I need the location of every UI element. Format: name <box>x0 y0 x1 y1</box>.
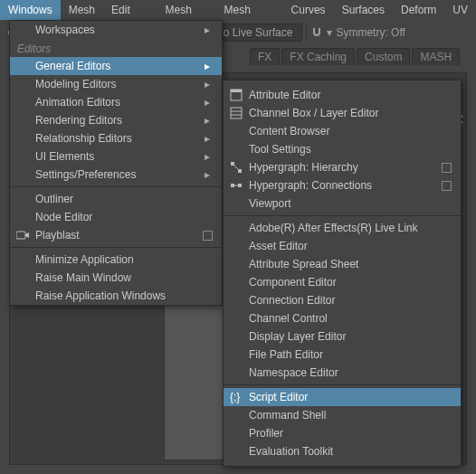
menu-item-file-path-editor[interactable]: File Path Editor <box>224 346 461 364</box>
label: UI Elements <box>35 150 202 163</box>
label: Asset Editor <box>249 240 452 252</box>
label: Connection Editor <box>249 294 452 307</box>
menu-item-channel-box[interactable]: Channel Box / Layer Editor <box>224 104 461 122</box>
menu-item-content-browser[interactable]: Content Browser <box>224 122 461 140</box>
menu-item-display-layer-editor[interactable]: Display Layer Editor <box>224 327 461 346</box>
menu-item-node-editor[interactable]: Node Editor <box>10 208 222 226</box>
label: Attribute Spread Sheet <box>249 258 452 270</box>
menu-item-after-effects-live-link[interactable]: Adobe(R) After Effects(R) Live Link <box>224 219 461 237</box>
menu-item-general-editors[interactable]: General Editors▸ <box>10 57 222 75</box>
label: Namespace Editor <box>249 366 452 379</box>
menu-item-script-editor[interactable]: {;} Script Editor <box>224 388 461 406</box>
menu-item-channel-control[interactable]: Channel Control <box>224 309 461 327</box>
label: Display Layer Editor <box>249 330 452 343</box>
script-editor-icon: {;} <box>224 391 249 403</box>
label: Rendering Editors <box>35 114 202 127</box>
menu-item-settings-preferences[interactable]: Settings/Preferences▸ <box>10 166 222 184</box>
menu-item-attribute-spread-sheet[interactable]: Attribute Spread Sheet <box>224 255 461 273</box>
separator <box>224 215 461 216</box>
label: Raise Main Window <box>35 271 213 284</box>
menu-item-raise-main-window[interactable]: Raise Main Window <box>10 269 222 287</box>
submenu-arrow-icon: ▸ <box>202 114 213 127</box>
menu-mesh-display[interactable]: Mesh Display <box>216 0 283 20</box>
option-box-icon[interactable] <box>203 231 213 241</box>
menu-item-component-editor[interactable]: Component Editor <box>224 273 461 291</box>
menu-item-rendering-editors[interactable]: Rendering Editors▸ <box>10 111 222 129</box>
magnet-icon[interactable] <box>310 26 323 39</box>
menu-item-attribute-editor[interactable]: Attribute Editor <box>224 86 461 104</box>
label: Viewport <box>249 197 452 210</box>
submenu-arrow-icon: ▸ <box>202 24 213 36</box>
label: Adobe(R) After Effects(R) Live Link <box>249 222 452 234</box>
svg-text:{;}: {;} <box>230 391 240 403</box>
label: Workspaces <box>35 24 202 36</box>
menu-item-profiler[interactable]: Profiler <box>224 424 461 442</box>
menu-heading-editors: Editors <box>10 39 222 57</box>
label: Channel Control <box>249 312 452 325</box>
svg-rect-1 <box>16 232 25 239</box>
menu-item-command-shell[interactable]: Command Shell <box>224 406 461 424</box>
label: File Path Editor <box>249 348 452 361</box>
hypergraph-icon <box>224 161 249 174</box>
tab-custom[interactable]: Custom <box>357 48 410 65</box>
menu-edit-mesh[interactable]: Edit Mesh <box>103 0 157 20</box>
menu-mesh[interactable]: Mesh <box>61 0 103 20</box>
label: Script Editor <box>249 391 452 403</box>
option-box-icon[interactable] <box>442 163 452 173</box>
menu-deform[interactable]: Deform <box>393 0 444 20</box>
attribute-editor-icon <box>224 89 249 101</box>
menu-item-viewport[interactable]: Viewport <box>224 194 461 213</box>
label: Hypergraph: Connections <box>249 179 442 192</box>
menu-item-hypergraph-connections[interactable]: Hypergraph: Connections <box>224 176 461 194</box>
menu-mesh-tools[interactable]: Mesh Tools <box>157 0 216 20</box>
submenu-arrow-icon: ▸ <box>202 96 213 109</box>
menu-item-namespace-editor[interactable]: Namespace Editor <box>224 364 461 382</box>
menu-item-evaluation-toolkit[interactable]: Evaluation Toolkit <box>224 442 461 460</box>
menu-item-workspaces[interactable]: Workspaces▸ <box>10 21 222 39</box>
label: Animation Editors <box>35 96 202 109</box>
menu-curves[interactable]: Curves <box>283 0 334 20</box>
label: Relationship Editors <box>35 132 202 145</box>
svg-rect-7 <box>231 162 234 166</box>
label: General Editors <box>35 60 202 72</box>
dropdown-icon[interactable]: ▾ <box>327 26 332 39</box>
menu-item-animation-editors[interactable]: Animation Editors▸ <box>10 93 222 111</box>
submenu-arrow-icon: ▸ <box>202 150 213 163</box>
menu-item-relationship-editors[interactable]: Relationship Editors▸ <box>10 129 222 147</box>
option-box-icon[interactable] <box>442 181 452 191</box>
label: Content Browser <box>249 125 452 137</box>
menu-surfaces[interactable]: Surfaces <box>334 0 393 20</box>
submenu-arrow-icon: ▸ <box>202 78 213 90</box>
tab-mash[interactable]: MASH <box>412 48 460 65</box>
label: Component Editor <box>249 276 452 289</box>
menu-item-minimize-application[interactable]: Minimize Application <box>10 251 222 269</box>
label: Hypergraph: Hierarchy <box>249 161 442 174</box>
menu-item-modeling-editors[interactable]: Modeling Editors▸ <box>10 75 222 93</box>
menu-item-raise-application-windows[interactable]: Raise Application Windows <box>10 287 222 305</box>
separator <box>10 186 222 187</box>
svg-rect-3 <box>231 90 242 92</box>
menu-item-outliner[interactable]: Outliner <box>10 190 222 208</box>
label: Playblast <box>35 229 203 242</box>
menu-item-playblast[interactable]: Playblast <box>10 226 222 244</box>
label: Attribute Editor <box>249 89 452 101</box>
menu-item-tool-settings[interactable]: Tool Settings <box>224 140 461 158</box>
tab-fx[interactable]: FX <box>250 48 280 65</box>
tab-fx-caching[interactable]: FX Caching <box>281 48 355 65</box>
menu-item-hypergraph-hierarchy[interactable]: Hypergraph: Hierarchy <box>224 158 461 176</box>
menu-uv[interactable]: UV <box>444 0 476 20</box>
menu-item-asset-editor[interactable]: Asset Editor <box>224 237 461 255</box>
separator <box>10 247 222 248</box>
menu-item-ui-elements[interactable]: UI Elements▸ <box>10 147 222 166</box>
channel-box-icon <box>224 107 249 119</box>
svg-rect-11 <box>238 184 242 187</box>
svg-rect-10 <box>231 184 234 187</box>
label: Modeling Editors <box>35 78 202 90</box>
label: Tool Settings <box>249 143 452 156</box>
symmetry-dropdown[interactable]: Symmetry: Off <box>336 26 405 39</box>
menu-windows[interactable]: Windows <box>0 0 61 20</box>
playblast-icon <box>10 231 35 240</box>
menu-item-connection-editor[interactable]: Connection Editor <box>224 291 461 309</box>
general-editors-submenu: Attribute Editor Channel Box / Layer Edi… <box>223 80 462 467</box>
label: Node Editor <box>35 211 213 223</box>
